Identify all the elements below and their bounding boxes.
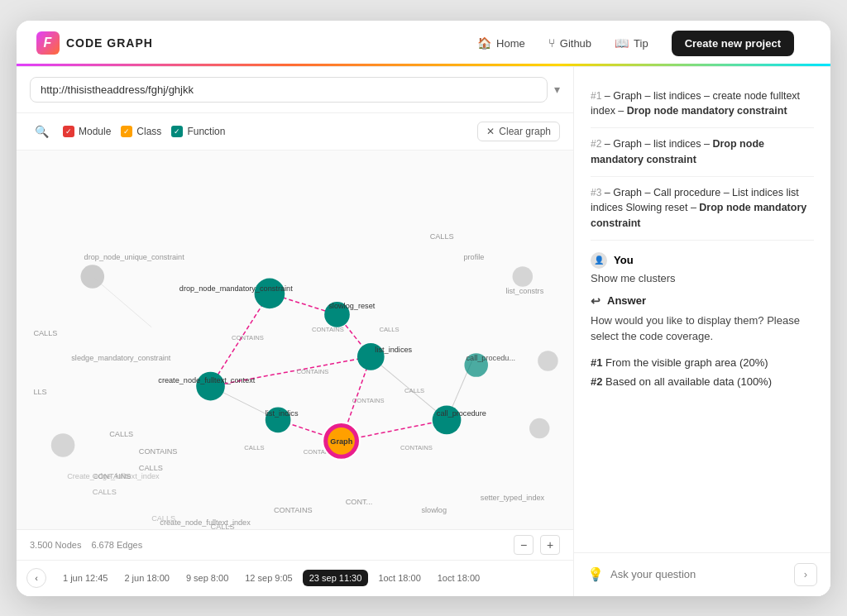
ask-area: 💡 › <box>574 552 830 596</box>
function-checkbox: ✓ <box>171 126 183 137</box>
svg-text:create_node_fulltext_context: create_node_fulltext_context <box>158 376 256 384</box>
send-icon: › <box>804 568 807 580</box>
history-text-1: – Graph – list indices – <box>605 138 713 150</box>
main-content: ▾ 🔍 ✓ Module ✓ Class ✓ Function ✕ <box>17 67 830 596</box>
svg-text:CONT...: CONT... <box>346 497 373 505</box>
you-message: Show me clusters <box>591 272 814 284</box>
answer-icon: ↩ <box>591 294 601 308</box>
answer-option-0[interactable]: #1 From the visible graph area (20%) <box>591 353 814 372</box>
module-label: Module <box>79 126 111 137</box>
app-title: CODE GRAPH <box>66 36 153 50</box>
svg-text:CONTAINS: CONTAINS <box>297 367 329 375</box>
lightbulb-icon: 💡 <box>587 566 604 582</box>
svg-text:CONTAINS: CONTAINS <box>352 397 385 404</box>
svg-text:CALLS: CALLS <box>93 487 117 495</box>
logo-icon: F <box>36 31 60 55</box>
history-item-1: #2 – Graph – list indices – Drop node ma… <box>591 128 814 177</box>
svg-point-13 <box>538 351 557 370</box>
option-num-1: #2 <box>591 375 602 388</box>
history-num-2: #3 <box>591 187 601 198</box>
svg-text:LLS: LLS <box>33 388 46 396</box>
svg-text:setter_typed_index: setter_typed_index <box>481 493 545 501</box>
timeline-item-2[interactable]: 9 sep 8:00 <box>179 570 235 586</box>
svg-text:CALLS: CALLS <box>404 387 424 394</box>
svg-point-14 <box>529 418 549 437</box>
timeline-item-0[interactable]: 1 jun 12:45 <box>56 570 114 586</box>
url-input[interactable] <box>30 77 548 103</box>
graph-canvas[interactable]: drop_node_unique_constraint CALLS profil… <box>17 150 573 529</box>
conversation-section: 👤 You Show me clusters ↩ Answer How woul… <box>591 241 814 398</box>
header-gradient <box>17 64 830 66</box>
svg-text:profile: profile <box>463 253 484 261</box>
timeline-prev-button[interactable]: ‹ <box>26 568 46 588</box>
svg-text:list_indics: list_indics <box>266 408 299 417</box>
timeline-item-1[interactable]: 2 jun 18:00 <box>117 570 175 586</box>
clear-graph-button[interactable]: ✕ Clear graph <box>477 122 560 141</box>
home-icon: 🏠 <box>477 36 491 50</box>
ask-send-button[interactable]: › <box>794 563 817 586</box>
timeline-item-3[interactable]: 12 sep 9:05 <box>238 570 299 586</box>
nav-tip[interactable]: 📖 Tip <box>615 36 648 50</box>
class-label: Class <box>136 126 161 137</box>
history-bold-0: Drop node mandatory constraint <box>627 105 787 117</box>
svg-text:CALLS: CALLS <box>244 443 264 451</box>
graph-footer: 3.500 Nodes 6.678 Edges − + <box>17 529 573 560</box>
svg-text:CALLS: CALLS <box>430 232 454 240</box>
url-chevron-icon[interactable]: ▾ <box>554 83 560 96</box>
you-label: You <box>614 254 634 266</box>
filter-module[interactable]: ✓ Module <box>63 126 111 137</box>
answer-label: Answer <box>607 294 646 307</box>
svg-line-25 <box>93 276 151 327</box>
svg-text:CALLS: CALLS <box>109 430 133 438</box>
left-panel: ▾ 🔍 ✓ Module ✓ Class ✓ Function ✕ <box>17 67 574 596</box>
graph-svg: drop_node_unique_constraint CALLS profil… <box>17 150 573 529</box>
timeline-item-4[interactable]: 23 sep 11:30 <box>303 570 369 586</box>
svg-text:Graph: Graph <box>330 437 352 446</box>
svg-text:list_constrs: list_constrs <box>505 286 543 294</box>
option-num-0: #1 <box>591 356 602 369</box>
svg-text:list_indices: list_indices <box>375 346 412 354</box>
history-item-0: #1 – Graph – list indices – create node … <box>591 80 814 129</box>
svg-text:drop_node_mandatory_constraint: drop_node_mandatory_constraint <box>179 284 293 292</box>
conv-you: 👤 You <box>591 252 814 269</box>
conv-answer-header: ↩ Answer <box>591 294 814 308</box>
ask-input[interactable] <box>610 568 787 580</box>
class-checkbox: ✓ <box>121 126 132 137</box>
zoom-out-button[interactable]: − <box>514 535 534 555</box>
module-checkbox: ✓ <box>63 126 74 137</box>
svg-text:CALLS: CALLS <box>379 325 399 332</box>
svg-text:sledge_mandatory_constraint: sledge_mandatory_constraint <box>71 354 171 362</box>
nav-home[interactable]: 🏠 Home <box>477 36 525 50</box>
svg-text:CONTAINS: CONTAINS <box>232 334 264 341</box>
timeline-item-6[interactable]: 1oct 18:00 <box>431 570 486 586</box>
svg-point-35 <box>255 278 285 308</box>
timeline: ‹ 1 jun 12:45 2 jun 18:00 9 sep 8:00 12 … <box>17 560 573 596</box>
nodes-count: 3.500 Nodes <box>30 540 81 550</box>
zoom-in-button[interactable]: + <box>540 535 560 555</box>
graph-toolbar: 🔍 ✓ Module ✓ Class ✓ Function ✕ Clear gr… <box>17 113 573 150</box>
option-text-0: From the visible graph area (20%) <box>605 356 768 369</box>
svg-point-11 <box>51 433 75 457</box>
svg-text:CONTAINS: CONTAINS <box>139 446 178 455</box>
nav-tip-label: Tip <box>634 37 648 50</box>
svg-text:slowlog: slowlog <box>421 506 447 514</box>
nav-github-label: Github <box>560 37 591 50</box>
tip-icon: 📖 <box>615 36 629 50</box>
svg-text:drop_node_unique_constraint: drop_node_unique_constraint <box>84 253 185 261</box>
graph-search-button[interactable]: 🔍 <box>30 120 53 143</box>
logo-area: F CODE GRAPH <box>36 31 153 55</box>
create-project-button[interactable]: Create new project <box>672 31 794 56</box>
filter-function[interactable]: ✓ Function <box>171 126 225 137</box>
nav-github[interactable]: ⑂ Github <box>548 36 591 50</box>
filter-class[interactable]: ✓ Class <box>121 126 161 137</box>
timeline-item-5[interactable]: 1oct 18:00 <box>371 570 427 586</box>
svg-text:CALLS: CALLS <box>211 523 235 529</box>
answer-option-1[interactable]: #2 Based on all available data (100%) <box>591 372 814 391</box>
edges-count: 6.678 Edges <box>91 540 142 550</box>
svg-text:CALLS: CALLS <box>33 328 57 337</box>
github-icon: ⑂ <box>548 36 555 50</box>
history-item-2: #3 – Graph – Call procedure – List indic… <box>591 177 814 241</box>
svg-text:call_procedu...: call_procedu... <box>466 354 515 362</box>
svg-text:call_procedure: call_procedure <box>437 408 486 417</box>
history-num-1: #2 <box>591 138 601 150</box>
